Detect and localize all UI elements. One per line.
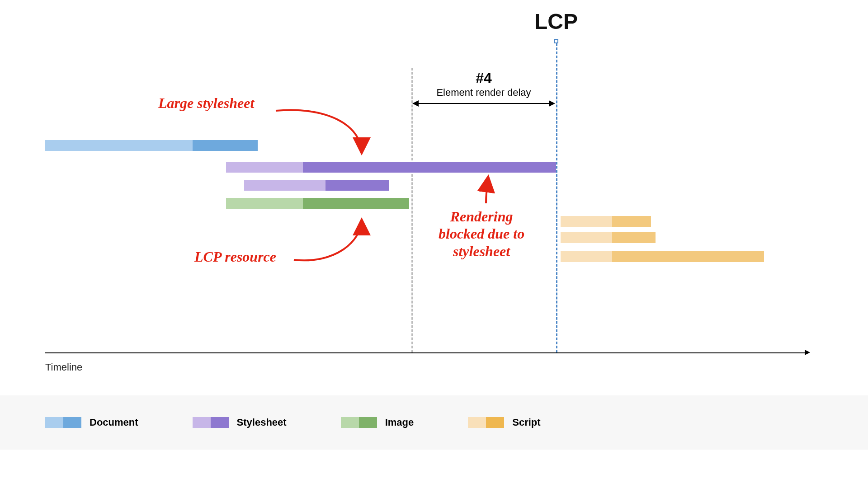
legend-label-image: Image bbox=[385, 417, 414, 428]
legend-item-script: Script bbox=[468, 417, 540, 428]
legend-swatch-script bbox=[468, 417, 504, 428]
bar-script-1 bbox=[561, 216, 651, 227]
legend-item-stylesheet: Stylesheet bbox=[193, 417, 287, 428]
bar-script-2 bbox=[561, 232, 656, 243]
lcp-marker-icon bbox=[554, 39, 558, 43]
lcp-title: LCP bbox=[534, 9, 578, 34]
section-span-line bbox=[418, 103, 550, 104]
legend-label-script: Script bbox=[512, 417, 540, 428]
timeline-label: Timeline bbox=[45, 361, 82, 373]
bar-large-stylesheet-load bbox=[303, 162, 556, 173]
bar-lcp-image-load bbox=[303, 198, 409, 209]
anno-large-stylesheet-arrow-icon bbox=[271, 97, 371, 160]
anno-lcp-resource-arrow-icon bbox=[289, 215, 380, 269]
section-span-arrow-right-icon bbox=[549, 100, 555, 107]
legend-item-document: Document bbox=[45, 417, 138, 428]
timeline-arrow-icon bbox=[805, 350, 810, 355]
bar-script-1-wait bbox=[561, 216, 612, 227]
chart-area: LCP #4 Element render delay L bbox=[45, 36, 823, 361]
render-delay-start-line bbox=[411, 68, 413, 352]
bar-script-3-wait bbox=[561, 251, 612, 262]
anno-blocked-arrow-icon bbox=[479, 174, 497, 206]
timeline-axis bbox=[45, 352, 805, 353]
anno-blocked: Rendering blocked due to stylesheet bbox=[439, 208, 524, 260]
section-label: Element render delay bbox=[436, 87, 531, 99]
legend-swatch-image bbox=[341, 417, 377, 428]
bar-document-wait bbox=[45, 140, 193, 151]
legend-label-document: Document bbox=[90, 417, 138, 428]
bar-document bbox=[45, 140, 258, 151]
bar-script-2-load bbox=[612, 232, 656, 243]
legend-swatch-document bbox=[45, 417, 81, 428]
bar-document-load bbox=[193, 140, 258, 151]
bar-large-stylesheet-wait bbox=[226, 162, 303, 173]
bar-script-3 bbox=[561, 251, 764, 262]
bar-script-2-wait bbox=[561, 232, 612, 243]
bar-large-stylesheet bbox=[226, 162, 556, 173]
bar-script-1-load bbox=[612, 216, 651, 227]
section-number: #4 bbox=[476, 70, 492, 87]
anno-lcp-resource: LCP resource bbox=[194, 249, 276, 265]
legend-label-stylesheet: Stylesheet bbox=[237, 417, 287, 428]
legend: Document Stylesheet Image Script bbox=[0, 395, 868, 450]
legend-swatch-stylesheet bbox=[193, 417, 229, 428]
bar-lcp-image bbox=[226, 198, 409, 209]
section-span-arrow-left-icon bbox=[412, 100, 419, 107]
anno-large-stylesheet: Large stylesheet bbox=[158, 95, 254, 112]
bar-script-3-load bbox=[612, 251, 764, 262]
lcp-line bbox=[556, 43, 557, 352]
bar-lcp-image-wait bbox=[226, 198, 303, 209]
bar-stylesheet-2 bbox=[244, 180, 389, 191]
legend-item-image: Image bbox=[341, 417, 414, 428]
bar-stylesheet-2-wait bbox=[244, 180, 326, 191]
bar-stylesheet-2-load bbox=[326, 180, 389, 191]
